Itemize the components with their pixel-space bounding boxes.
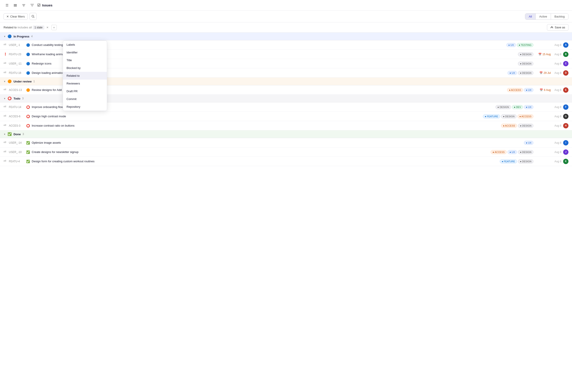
tag-design: ● DESIGN bbox=[518, 52, 533, 56]
save-as-label: Save as bbox=[555, 26, 565, 29]
priority-icon bbox=[3, 124, 7, 127]
issue-row[interactable]: FEATU-4 ✅ Design form for creating custo… bbox=[0, 157, 572, 166]
filter-chip-close-icon[interactable]: ✕ bbox=[45, 25, 50, 30]
search-button[interactable] bbox=[30, 13, 37, 20]
priority-icon bbox=[3, 141, 7, 144]
issue-tags: ● ACCESS● DESIGN bbox=[501, 124, 533, 128]
updated-date: Aug 8 bbox=[553, 160, 561, 163]
issue-tags: ● FEATURE● DESIGN● ACCESS bbox=[483, 114, 533, 118]
group-by-button[interactable] bbox=[12, 2, 19, 9]
issue-row[interactable]: USER_-14 ✅ Optimize image assets ● UX Au… bbox=[0, 138, 572, 147]
tag-design: ● DESIGN bbox=[518, 71, 533, 75]
tab-group: All Active Backlog bbox=[525, 13, 569, 20]
dropdown-item-reviewers[interactable]: Reviewers bbox=[63, 79, 107, 87]
app-container: ☰ ☑ Issues ✕ Clear filters bbox=[0, 0, 572, 392]
svg-rect-23 bbox=[5, 124, 5, 126]
tab-active[interactable]: Active bbox=[536, 14, 551, 19]
filter-chips-row: Related to includes all 1 state ✕ + Save… bbox=[0, 22, 572, 32]
svg-rect-21 bbox=[6, 115, 6, 117]
dropdown-item-title[interactable]: Title bbox=[63, 56, 107, 64]
svg-rect-15 bbox=[6, 89, 6, 90]
section-header-done[interactable]: ▼ ✅ Done 3 bbox=[0, 130, 572, 138]
status-icon: ✅ bbox=[26, 150, 30, 154]
clear-filters-button[interactable]: ✕ Clear filters bbox=[3, 13, 28, 20]
add-filter-button[interactable]: + bbox=[51, 25, 57, 30]
tag-feature: ● FEATURE bbox=[500, 159, 517, 163]
status-icon: 🔵 bbox=[26, 43, 30, 47]
svg-rect-33 bbox=[6, 160, 6, 162]
issue-tags: ● FEATURE● DESIGN bbox=[500, 159, 533, 163]
dropdown-item-repository[interactable]: Repository bbox=[63, 103, 107, 111]
svg-rect-31 bbox=[4, 160, 4, 162]
updated-date: Aug 8 bbox=[553, 124, 561, 127]
dropdown-item-identifier[interactable]: Identifier bbox=[63, 48, 107, 56]
section-label: Done bbox=[14, 133, 21, 136]
dropdown-item-draft-pr[interactable]: Draft PR bbox=[63, 87, 107, 95]
issue-tags: ● DESIGN bbox=[518, 52, 533, 56]
svg-rect-12 bbox=[6, 71, 6, 73]
dropdown-item-blocked-by[interactable]: Blocked by bbox=[63, 64, 107, 72]
tag-ux: ● UX bbox=[524, 105, 533, 109]
tag-ux: ● UX bbox=[508, 150, 517, 154]
issue-tags: ● DESIGN● DEV● UX bbox=[495, 105, 533, 109]
issue-title: Increase contrast ratio on buttons bbox=[32, 124, 499, 127]
tag-design: ● DESIGN bbox=[518, 159, 533, 163]
clear-filters-x-icon: ✕ bbox=[6, 15, 9, 18]
svg-rect-20 bbox=[5, 115, 5, 117]
page-title-container: ☑ Issues bbox=[37, 3, 52, 7]
priority-icon: ❗ bbox=[3, 53, 7, 56]
avatar: D bbox=[563, 70, 569, 76]
status-icon: ✅ bbox=[26, 160, 30, 163]
tag-design: ● DESIGN bbox=[501, 114, 517, 118]
issue-row[interactable]: ACCES-3 ⭕ Increase contrast ratio on but… bbox=[0, 121, 572, 130]
issue-id: ACCES-3 bbox=[9, 124, 24, 127]
calendar-icon: 📅 bbox=[538, 53, 542, 56]
section-count: 1 bbox=[33, 80, 35, 83]
section-status-icon: ⭕ bbox=[8, 96, 12, 100]
svg-rect-16 bbox=[4, 106, 4, 107]
issue-row[interactable]: ACCES-6 ⭕ Design high contrast mode ● FE… bbox=[0, 112, 572, 121]
tab-backlog[interactable]: Backlog bbox=[551, 14, 568, 19]
svg-rect-26 bbox=[5, 141, 5, 143]
tag-ux: ● UX bbox=[524, 141, 533, 145]
section-header-in-progress[interactable]: ▼ 🔵 In Progress 4 bbox=[0, 32, 572, 40]
priority-icon bbox=[3, 62, 7, 65]
svg-rect-4 bbox=[4, 44, 4, 45]
tab-all[interactable]: All bbox=[525, 14, 536, 19]
issue-id: FEATU-23 bbox=[9, 53, 24, 56]
issue-id: FEATU-14 bbox=[9, 106, 24, 109]
svg-rect-22 bbox=[4, 125, 4, 126]
dropdown-item-related-to[interactable]: Related to bbox=[63, 72, 107, 79]
avatar: C bbox=[563, 61, 569, 66]
section-count: 4 bbox=[31, 35, 32, 38]
issue-id: USER_-1 bbox=[9, 44, 24, 47]
dropdown-item-commit[interactable]: Commit bbox=[63, 95, 107, 103]
filter-bar: ✕ Clear filters All Active Backlog bbox=[0, 11, 572, 22]
priority-icon bbox=[3, 150, 7, 154]
issue-id: FEATU-4 bbox=[9, 160, 24, 163]
svg-rect-11 bbox=[5, 72, 5, 73]
dropdown-item-labels[interactable]: Labels bbox=[63, 41, 107, 48]
save-as-button[interactable]: Save as bbox=[547, 24, 569, 31]
sort-button[interactable] bbox=[20, 2, 27, 9]
tag-access: ● ACCESS bbox=[517, 114, 533, 118]
svg-rect-0 bbox=[14, 4, 17, 5]
issue-row[interactable]: USER_-10 ✅ Create designs for newsletter… bbox=[0, 147, 572, 157]
status-icon: 🔵 bbox=[26, 62, 30, 65]
avatar: J bbox=[563, 149, 569, 155]
svg-rect-2 bbox=[14, 6, 17, 6]
sidebar-toggle-button[interactable]: ☰ bbox=[3, 2, 10, 9]
section-count: 3 bbox=[22, 97, 24, 100]
svg-rect-6 bbox=[6, 44, 6, 45]
tag-access: ● ACCESS bbox=[501, 124, 517, 128]
page-title-icon: ☑ bbox=[37, 3, 40, 7]
avatar: A bbox=[563, 42, 569, 48]
chevron-icon: ▼ bbox=[3, 97, 6, 100]
updated-date: Aug 8 bbox=[553, 115, 561, 118]
due-date: 📅 6 Aug bbox=[535, 89, 551, 92]
avatar: F bbox=[563, 104, 569, 110]
section-status-icon: 🟠 bbox=[8, 79, 12, 83]
priority-icon bbox=[3, 88, 7, 92]
tag-feature: ● FEATURE bbox=[483, 114, 500, 118]
filter-button[interactable] bbox=[29, 2, 35, 9]
